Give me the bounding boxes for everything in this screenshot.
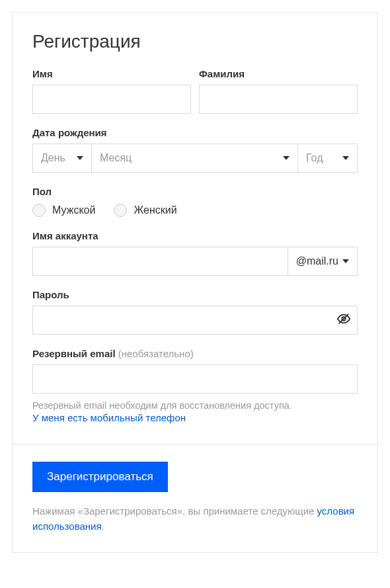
gender-male-label: Мужской	[52, 204, 95, 216]
account-input[interactable]	[32, 247, 288, 276]
gender-female-label: Женский	[134, 204, 176, 216]
submit-button[interactable]: Зарегистрироваться	[32, 462, 168, 492]
gender-female-radio[interactable]: Женский	[114, 204, 176, 217]
gender-male-radio[interactable]: Мужской	[32, 204, 95, 217]
firstname-label: Имя	[32, 68, 191, 79]
dob-month-select[interactable]: Месяц	[92, 144, 298, 173]
dob-field: Дата рождения День Месяц Год	[32, 127, 358, 173]
card-footer: Зарегистрироваться Нажимая «Зарегистриро…	[13, 444, 377, 552]
domain-select[interactable]: @mail.ru	[288, 247, 358, 276]
reserve-email-label-text: Резервный email	[32, 348, 116, 359]
dob-day-value: День	[41, 152, 65, 164]
lastname-label: Фамилия	[199, 68, 358, 79]
reserve-email-input[interactable]	[32, 364, 358, 394]
registration-card: Регистрация Имя Фамилия Дата рождения Де…	[12, 12, 378, 553]
lastname-input[interactable]	[199, 85, 358, 114]
dob-year-select[interactable]: Год	[298, 144, 358, 173]
password-input[interactable]	[32, 306, 358, 335]
dob-label: Дата рождения	[32, 127, 358, 138]
account-field: Имя аккаунта @mail.ru	[32, 230, 358, 276]
firstname-input[interactable]	[32, 85, 191, 114]
caret-down-icon	[77, 156, 83, 160]
gender-field: Пол Мужской Женский	[32, 186, 358, 217]
have-phone-link[interactable]: У меня есть мобильный телефон	[32, 412, 186, 423]
gender-label: Пол	[32, 186, 358, 197]
caret-down-icon	[342, 259, 349, 263]
dob-day-select[interactable]: День	[32, 144, 92, 173]
reserve-email-field: Резервный email (необязательно) Резервны…	[32, 348, 358, 424]
dob-month-value: Месяц	[100, 152, 132, 164]
caret-down-icon	[342, 156, 349, 160]
reserve-email-hint: (необязательно)	[118, 348, 194, 359]
account-label: Имя аккаунта	[32, 230, 358, 241]
password-field: Пароль	[32, 289, 358, 335]
caret-down-icon	[283, 156, 290, 160]
domain-value: @mail.ru	[296, 255, 338, 267]
reserve-email-note: Резервный email необходим для восстановл…	[32, 399, 358, 412]
terms-prefix: Нажимая «Зарегистрироваться», вы принима…	[32, 505, 317, 517]
firstname-field: Имя	[32, 68, 191, 114]
password-label: Пароль	[32, 289, 358, 300]
page-title: Регистрация	[32, 31, 358, 52]
radio-icon	[114, 204, 127, 217]
card-body: Регистрация Имя Фамилия Дата рождения Де…	[13, 13, 377, 444]
toggle-password-visibility-icon[interactable]	[336, 312, 351, 329]
reserve-email-label: Резервный email (необязательно)	[32, 348, 358, 359]
terms-note: Нажимая «Зарегистрироваться», вы принима…	[32, 504, 358, 534]
terms-suffix: .	[102, 521, 104, 532]
lastname-field: Фамилия	[199, 68, 358, 114]
dob-year-value: Год	[306, 152, 323, 164]
radio-icon	[32, 204, 46, 217]
